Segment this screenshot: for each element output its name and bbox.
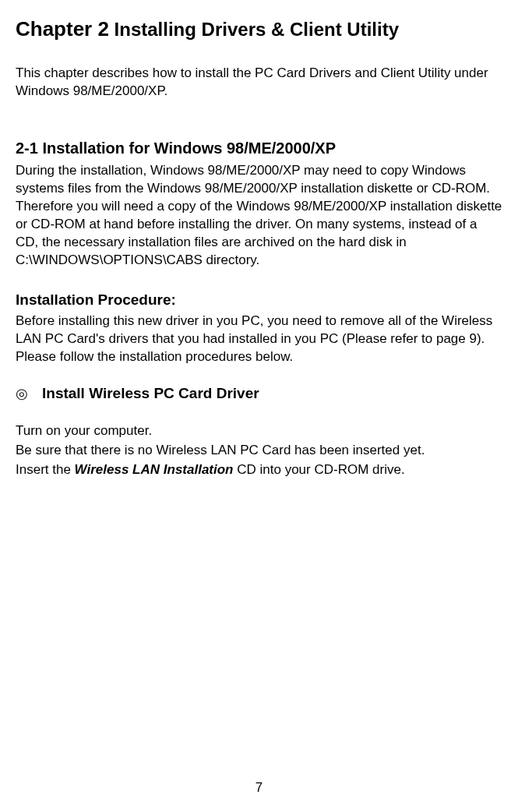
step3-post: CD into your CD-ROM drive. [234, 462, 405, 477]
bullet-title: Install Wireless PC Card Driver [42, 383, 259, 404]
chapter-label: Chapter 2 [16, 17, 109, 41]
step-line-2: Be sure that there is no Wireless LAN PC… [16, 442, 502, 460]
section-body: During the installation, Windows 98/ME/2… [16, 162, 502, 270]
step3-bold: Wireless LAN Installation [75, 462, 234, 477]
procedure-body: Before installing this new driver in you… [16, 312, 502, 366]
chapter-title-text: Installing Drivers & Client Utility [115, 19, 399, 40]
page-number: 7 [0, 779, 518, 797]
step-line-3: Insert the Wireless LAN Installation CD … [16, 461, 502, 479]
section-heading: 2-1 Installation for Windows 98/ME/2000/… [16, 138, 502, 159]
step-line-1: Turn on your computer. [16, 422, 502, 440]
steps-block: Turn on your computer. Be sure that ther… [16, 422, 502, 479]
chapter-intro: This chapter describes how to install th… [16, 65, 502, 101]
chapter-title: Chapter 2 Installing Drivers & Client Ut… [16, 16, 502, 43]
bullet-icon: ◎ [16, 384, 28, 403]
bullet-item: ◎ Install Wireless PC Card Driver [16, 383, 502, 404]
procedure-heading: Installation Procedure: [16, 290, 502, 310]
step3-pre: Insert the [16, 462, 75, 477]
